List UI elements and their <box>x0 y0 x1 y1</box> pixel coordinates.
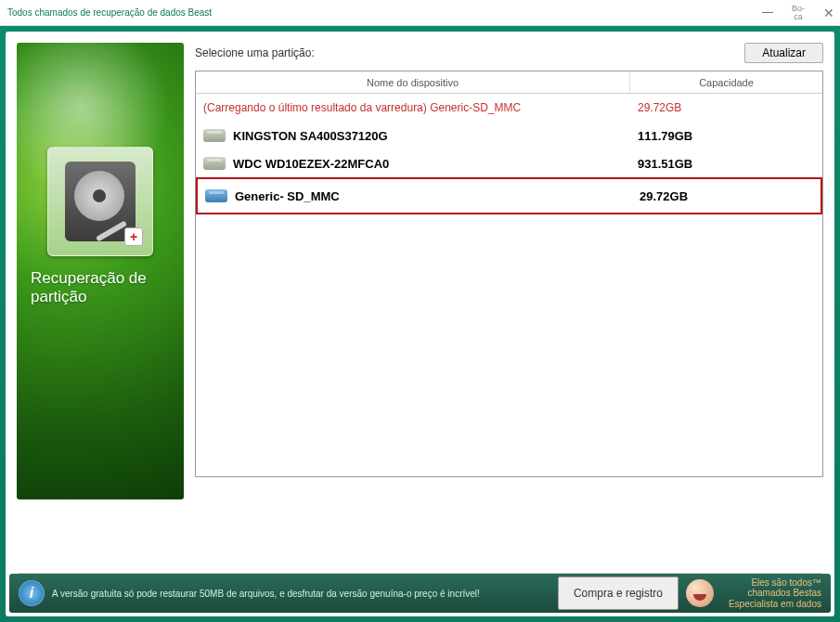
table-body: (Carregando o último resultado da varred… <box>196 94 822 214</box>
table-row-selected[interactable]: Generic- SD_MMC 29.72GB <box>196 177 822 214</box>
content-row: + Recuperação de partição Selecione uma … <box>6 32 834 569</box>
minimize-button[interactable] <box>760 6 775 20</box>
main-column: Selecione uma partição: Atualizar Nome d… <box>195 43 823 558</box>
search-label: Bo- ca <box>792 5 805 21</box>
buy-button[interactable]: Compra e registro <box>558 577 678 610</box>
main-frame: + Recuperação de partição Selecione uma … <box>0 26 840 622</box>
table-row[interactable]: KINGSTON SA400S37120G 111.79GB <box>196 122 822 149</box>
disk-icon <box>203 129 226 142</box>
device-name: WDC WD10EZEX-22MFCA0 <box>233 157 389 171</box>
titlebar: Todos chamados de recuperação de dados B… <box>0 0 840 26</box>
hdd-illustration: + <box>47 147 153 256</box>
top-row: Selecione uma partição: Atualizar <box>195 43 823 63</box>
close-icon: ✕ <box>823 6 834 20</box>
last-scan-cap: 29.72GB <box>634 101 822 114</box>
mascot-icon <box>686 579 714 607</box>
select-partition-label: Selecione uma partição: <box>195 46 744 59</box>
sidebar: + Recuperação de partição <box>17 43 184 499</box>
bottom-bar: i A versão gratuita só pode restaurar 50… <box>9 574 831 613</box>
info-icon: i <box>19 580 45 606</box>
device-table: Nome do dispositivo Capacidade (Carregan… <box>195 71 823 477</box>
main-panel: + Recuperação de partição Selecione uma … <box>6 32 834 616</box>
last-scan-text: (Carregando o último resultado da varred… <box>200 101 634 114</box>
device-capacity: 111.79GB <box>634 129 822 143</box>
last-scan-row[interactable]: (Carregando o último resultado da varred… <box>196 94 822 122</box>
info-text: A versão gratuita só pode restaurar 50MB… <box>52 589 558 599</box>
col-device[interactable]: Nome do dispositivo <box>196 71 630 93</box>
device-name: KINGSTON SA400S37120G <box>233 129 388 143</box>
device-capacity: 29.72GB <box>636 189 821 203</box>
slogan: Eles são todos™ chamados Bestas Especial… <box>719 577 821 610</box>
table-row[interactable]: WDC WD10EZEX-22MFCA0 931.51GB <box>196 149 822 177</box>
disk-icon <box>205 189 227 202</box>
table-header: Nome do dispositivo Capacidade <box>196 71 822 94</box>
close-button[interactable]: ✕ <box>821 6 836 20</box>
sidebar-title: Recuperação de partição <box>31 269 170 305</box>
disk-icon <box>203 157 226 170</box>
device-name: Generic- SD_MMC <box>235 189 340 203</box>
plus-icon: + <box>124 227 143 246</box>
col-capacity[interactable]: Capacidade <box>630 71 822 93</box>
titlebar-text: Todos chamados de recuperação de dados B… <box>7 7 760 18</box>
titlebar-controls: Bo- ca ✕ <box>760 5 836 21</box>
device-capacity: 931.51GB <box>634 157 822 171</box>
refresh-button[interactable]: Atualizar <box>744 43 823 63</box>
